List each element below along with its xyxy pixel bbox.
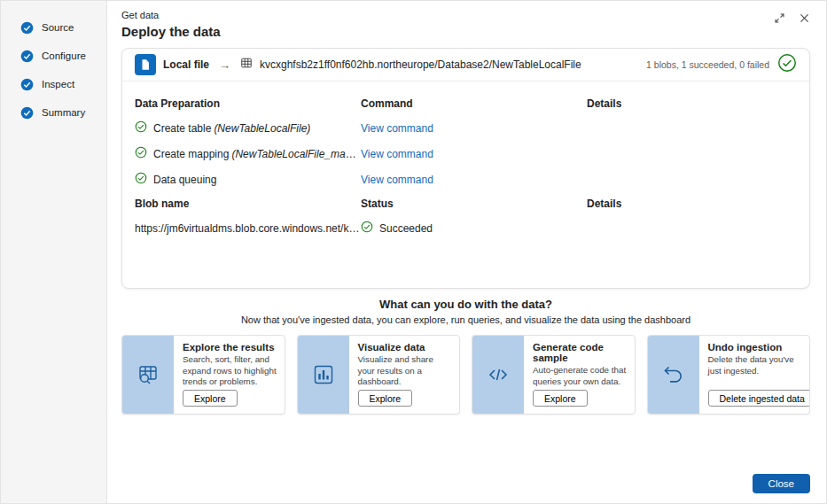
close-button[interactable]: Close [753,474,810,493]
prep-step-label: Create table [153,122,211,135]
success-check-icon [135,146,147,161]
table-search-icon [122,336,174,414]
column-header: Details [587,97,621,110]
source-label: Local file [163,58,209,71]
prep-step-detail: (NewTableLocalFile) [211,122,310,135]
column-header: Status [361,198,394,210]
column-header: Blob name [135,198,189,210]
arrow-right-icon: → [216,58,233,72]
sidebar-item-source[interactable]: Source [1,13,106,42]
success-check-icon [361,221,373,236]
undo-icon [648,336,699,414]
window-controls [774,12,810,24]
visualize-data-button[interactable]: Explore [358,390,413,407]
main-panel: Get data Deploy the data Local file → k [107,1,826,503]
step-complete-icon [20,78,34,91]
card-title: Explore the results [183,342,275,353]
table-row: Data queuing View command [135,167,797,192]
data-preparation-table: Data Preparation Command Details Create … [122,81,809,241]
column-header: Details [587,198,621,210]
section-subtitle: Now that you've ingested data, you can e… [121,314,810,325]
card-title: Visualize data [358,342,425,353]
card-description: Delete the data you've just ingested. [708,354,803,376]
status-badge: Succeeded [379,222,433,235]
view-command-link[interactable]: View command [361,122,433,135]
table-row: Create mapping(NewTableLocalFile_mapping… [135,141,797,167]
prep-step-label: Data queuing [153,174,216,186]
generate-code-button[interactable]: Explore [533,390,588,407]
sidebar-item-inspect[interactable]: Inspect [1,70,106,98]
card-title: Undo ingestion [708,342,783,353]
sidebar-item-configure[interactable]: Configure [1,42,106,70]
get-data-dialog: Source Configure Inspect Summary Get dat… [0,0,827,504]
step-complete-icon [20,50,34,63]
view-command-link[interactable]: View command [361,148,433,160]
view-command-link[interactable]: View command [361,174,433,186]
ingestion-summary-card: Local file → kvcxghfsb2z1ff0nf602hb.nort… [121,48,810,289]
card-description: Visualize and share your results on a da… [358,354,453,388]
column-header: Data Preparation [135,97,220,110]
step-label: Configure [42,50,86,61]
table-row: Create table(NewTableLocalFile) View com… [135,115,797,141]
blob-name: https://jm6virtualdms.blob.core.windows.… [135,222,361,235]
destination-path: kvcxghfsb2z1ff0nf602hb.northeurope/Datab… [260,58,581,71]
blob-result-summary: 1 blobs, 1 succeeded, 0 failed [646,59,769,70]
card-explore-results: Explore the results Search, sort, filter… [121,335,285,415]
prep-step-detail [216,174,219,186]
ingestion-header: Local file → kvcxghfsb2z1ff0nf602hb.nort… [122,49,809,81]
next-actions-section: What can you do with the data? Now that … [121,298,810,415]
explore-results-button[interactable]: Explore [183,390,238,407]
success-check-icon [135,120,147,136]
column-header: Command [361,97,413,110]
breadcrumb: Get data [121,10,810,20]
page-title: Deploy the data [121,24,810,39]
success-check-icon [777,53,797,76]
section-title: What can you do with the data? [121,298,810,311]
step-complete-icon [20,106,34,120]
card-visualize-data: Visualize data Visualize and share your … [297,335,461,415]
prep-step-detail: (NewTableLocalFile_mapping) [229,148,361,160]
card-description: Search, sort, filter, and expand rows to… [183,354,277,388]
card-undo-ingestion: Undo ingestion Delete the data you've ju… [647,335,811,415]
delete-ingested-data-button[interactable]: Delete ingested data [708,390,811,407]
card-title: Generate code sample [533,342,628,363]
success-check-icon [135,172,147,187]
code-icon [472,336,524,414]
table-row: https://jm6virtualdms.blob.core.windows.… [135,215,797,241]
local-file-icon [135,54,156,75]
wizard-sidebar: Source Configure Inspect Summary [1,1,107,503]
card-description: Auto-generate code that queries your own… [533,365,628,387]
step-label: Summary [42,107,85,118]
bar-chart-icon [298,336,349,414]
step-label: Inspect [42,79,74,89]
card-generate-code: Generate code sample Auto-generate code … [472,335,636,415]
sidebar-item-summary[interactable]: Summary [1,98,106,127]
table-icon [240,57,253,73]
prep-step-label: Create mapping [153,148,229,160]
step-label: Source [42,22,74,33]
expand-icon[interactable] [774,12,785,24]
step-complete-icon [20,21,34,35]
close-icon[interactable] [799,12,810,24]
dialog-footer: Close [753,474,810,493]
